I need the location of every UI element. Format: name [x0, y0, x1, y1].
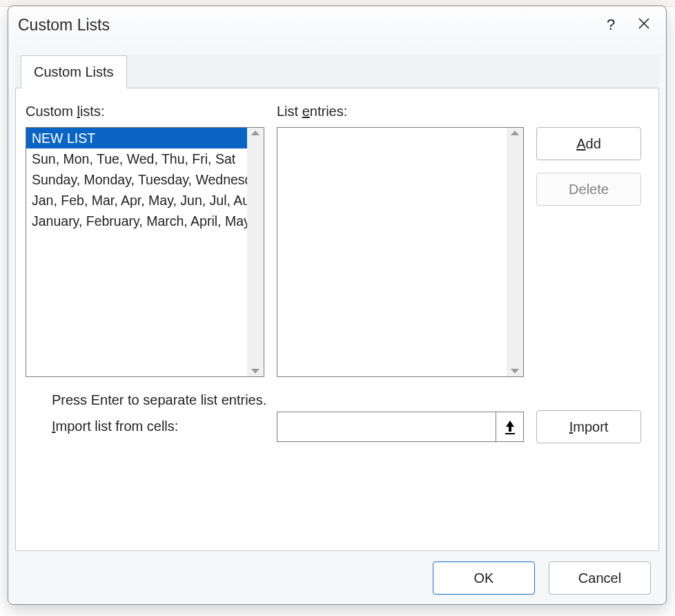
custom-lists-listbox[interactable]: NEW LISTSun, Mon, Tue, Wed, Thu, Fri, Sa…	[26, 127, 264, 377]
list-item[interactable]: Sunday, Monday, Tuesday, Wednesday, Thur…	[26, 169, 247, 190]
list-item[interactable]: January, February, March, April, May, Ju…	[26, 211, 247, 231]
entries-hint: Press Enter to separate list entries.	[52, 392, 266, 408]
tab-custom-lists[interactable]: Custom Lists	[21, 55, 127, 88]
dialog-footer: OK Cancel	[8, 552, 666, 604]
import-button[interactable]: Import	[536, 410, 641, 443]
dialog-titlebar: Custom Lists ?	[8, 6, 666, 44]
side-buttons: Add Delete	[536, 127, 641, 206]
list-entries-textarea[interactable]	[277, 127, 524, 377]
list-item[interactable]: NEW LIST	[26, 128, 247, 148]
ok-button[interactable]: OK	[433, 561, 535, 595]
button-label: Delete	[569, 182, 609, 198]
button-label: OK	[474, 570, 494, 586]
help-icon: ?	[607, 16, 615, 34]
button-label: Add	[576, 136, 601, 152]
list-entries-content	[277, 128, 507, 376]
import-from-cells-label: Import list from cells:	[52, 418, 178, 434]
scrollbar[interactable]	[247, 128, 264, 376]
custom-lists-dialog: Custom Lists ? Custom Lists Custom lists…	[8, 6, 667, 605]
collapse-dialog-icon	[503, 418, 517, 435]
help-button[interactable]: ?	[594, 9, 627, 41]
custom-lists-label: Custom lists:	[26, 104, 104, 119]
list-entries-label: List entries:	[277, 104, 347, 119]
button-label: Cancel	[578, 570, 621, 586]
range-picker-button[interactable]	[496, 412, 523, 441]
cancel-button[interactable]: Cancel	[549, 561, 651, 595]
scroll-up-icon	[251, 131, 260, 135]
scroll-down-icon	[251, 369, 260, 374]
list-item[interactable]: Sun, Mon, Tue, Wed, Thu, Fri, Sat	[26, 148, 247, 169]
list-item[interactable]: Jan, Feb, Mar, Apr, May, Jun, Jul, Aug, …	[26, 190, 247, 211]
button-label: Import	[569, 419, 609, 435]
import-range-input[interactable]	[277, 412, 496, 441]
tab-strip: Custom Lists	[15, 55, 659, 88]
delete-button: Delete	[536, 173, 641, 206]
dialog-title: Custom Lists	[18, 16, 594, 35]
add-button[interactable]: Add	[536, 127, 641, 160]
close-button[interactable]	[627, 9, 661, 41]
tab-label: Custom Lists	[34, 64, 114, 80]
svg-rect-2	[505, 433, 515, 434]
scroll-down-icon	[511, 369, 519, 374]
import-range-input-wrap	[277, 412, 524, 442]
scroll-up-icon	[511, 131, 519, 135]
tab-body: Custom lists: List entries: NEW LISTSun,…	[15, 88, 659, 551]
close-icon	[638, 16, 650, 34]
scrollbar[interactable]	[507, 128, 523, 376]
